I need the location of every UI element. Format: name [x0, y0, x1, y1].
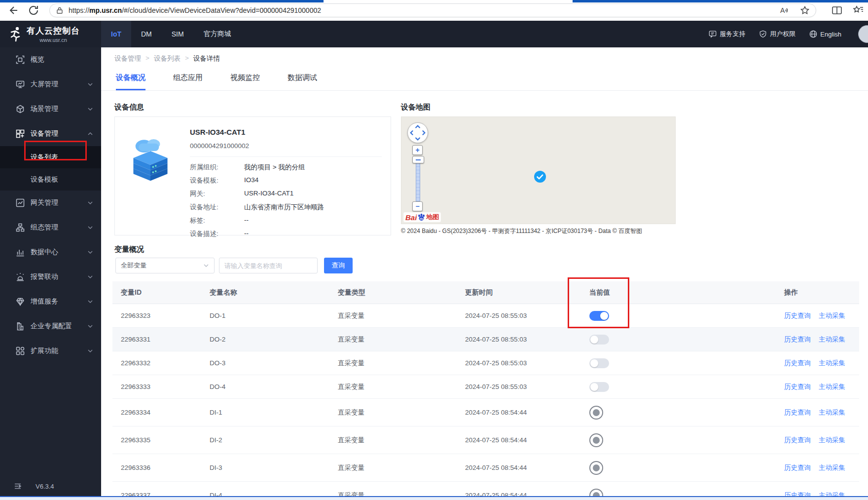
cell-current-value	[581, 382, 776, 392]
app-logo[interactable]: 有人云控制台 www.usr.cn	[0, 21, 101, 47]
browser-tabstrip-right	[573, 0, 868, 2]
action-link-主动采集[interactable]: 主动采集	[819, 311, 845, 320]
action-link-历史查询[interactable]: 历史查询	[784, 463, 811, 472]
topnav-right-label: 服务支持	[720, 30, 745, 38]
map-pan-control[interactable]	[407, 122, 428, 143]
favorites-bar-icon[interactable]	[852, 4, 864, 16]
map-zoom-handle[interactable]	[412, 156, 424, 163]
action-link-历史查询[interactable]: 历史查询	[784, 408, 811, 417]
variable-type-selected: 全部变量	[121, 261, 146, 270]
sidebar-item-报警联动[interactable]: 报警联动	[0, 265, 101, 289]
variable-type-select[interactable]: 全部变量	[115, 258, 215, 273]
sidebar-item-组态管理[interactable]: 组态管理	[0, 215, 101, 240]
tab-组态应用[interactable]: 组态应用	[173, 69, 203, 90]
breadcrumb-item-设备管理[interactable]: 设备管理	[114, 54, 141, 63]
alarm-icon	[16, 272, 25, 281]
value-toggle-off[interactable]	[589, 335, 609, 345]
action-link-历史查询[interactable]: 历史查询	[784, 359, 811, 368]
action-link-历史查询[interactable]: 历史查询	[784, 311, 811, 320]
refresh-icon[interactable]	[28, 4, 39, 16]
cell-type: 直采变量	[329, 408, 457, 417]
sidebar-footer: V6.3.4	[0, 482, 101, 490]
split-screen-icon[interactable]	[831, 4, 843, 16]
action-link-主动采集[interactable]: 主动采集	[819, 408, 845, 417]
sidebar-item-label: 概览	[31, 55, 93, 64]
sidebar-subitem-设备模板[interactable]: 设备模板	[0, 168, 101, 191]
map-zoom-out-button[interactable]: −	[412, 201, 423, 211]
action-link-主动采集[interactable]: 主动采集	[819, 463, 845, 472]
device-field-row: 所属组织:我的项目 > 我的分组	[190, 163, 382, 172]
cell-name: DI-3	[201, 464, 329, 471]
sidebar-item-企业专属配置[interactable]: 企业专属配置	[0, 314, 101, 339]
toggle-knob	[600, 312, 608, 320]
cell-id: 22963334	[112, 409, 201, 416]
map-zoom-slider[interactable]	[416, 163, 420, 201]
breadcrumb-separator: >	[145, 54, 149, 63]
cell-name: DO-2	[201, 336, 329, 343]
device-location-marker[interactable]	[534, 170, 546, 183]
topnav-chat-item[interactable]: 服务支持	[709, 30, 745, 38]
sidebar-item-设备管理[interactable]: 设备管理	[0, 121, 101, 146]
back-icon[interactable]	[8, 4, 20, 16]
table-body: 22963323DO-1直采变量2024-07-25 08:55:03历史查询主…	[112, 304, 859, 496]
sidebar-subitem-设备列表[interactable]: 设备列表	[0, 146, 101, 168]
tab-视频监控[interactable]: 视频监控	[230, 69, 260, 90]
favorite-star-icon[interactable]	[800, 5, 810, 15]
action-link-主动采集[interactable]: 主动采集	[819, 436, 845, 445]
chevron-down-icon	[87, 81, 93, 87]
table-header-操作: 操作	[776, 288, 859, 297]
topnav-shield-item[interactable]: 用户权限	[759, 30, 796, 38]
sidebar-menu: 概览大屏管理场景管理设备管理设备列表设备模板网关管理组态管理数据中心报警联动增值…	[0, 47, 101, 363]
collapse-sidebar-icon[interactable]	[14, 482, 22, 490]
radio-dot	[593, 492, 600, 497]
topnav-item-DM[interactable]: DM	[131, 21, 162, 47]
horizontal-scrollbar[interactable]	[0, 496, 868, 500]
device-field-label: 网关:	[190, 190, 244, 198]
sidebar-submenu: 设备列表设备模板	[0, 146, 101, 191]
breadcrumb-item-设备列表[interactable]: 设备列表	[154, 54, 181, 63]
sidebar-item-增值服务[interactable]: 增值服务	[0, 289, 101, 314]
breadcrumb-item-设备详情: 设备详情	[193, 54, 220, 63]
action-link-历史查询[interactable]: 历史查询	[784, 491, 811, 497]
cell-type: 直采变量	[329, 359, 457, 368]
app-title: 有人云控制台	[27, 25, 80, 37]
sidebar-item-大屏管理[interactable]: 大屏管理	[0, 72, 101, 97]
sidebar-item-概览[interactable]: 概览	[0, 47, 101, 72]
topnav-item-官方商城[interactable]: 官方商城	[194, 21, 241, 47]
extend-icon	[16, 346, 25, 355]
device-map[interactable]: + − Bai du 地图	[401, 116, 676, 224]
address-bar[interactable]: https://mp.usr.cn/#/cloud/device/ViewDev…	[49, 3, 816, 17]
breadcrumb: 设备管理>设备列表>设备详情	[114, 54, 220, 63]
value-toggle-off[interactable]	[589, 358, 609, 368]
data-icon	[16, 248, 25, 257]
action-link-历史查询[interactable]: 历史查询	[784, 436, 811, 445]
sidebar-item-网关管理[interactable]: 网关管理	[0, 191, 101, 215]
tab-数据调试[interactable]: 数据调试	[288, 69, 317, 90]
sidebar-item-扩展功能[interactable]: 扩展功能	[0, 339, 101, 363]
url-text: https://mp.usr.cn/#/cloud/device/ViewDev…	[69, 6, 768, 14]
search-button[interactable]: 查询	[324, 258, 353, 273]
value-toggle-off[interactable]	[589, 382, 609, 392]
action-link-主动采集[interactable]: 主动采集	[819, 491, 845, 497]
device-field-row: 设备地址:山东省济南市历下区坤顺路	[190, 203, 382, 212]
value-toggle-on[interactable]	[589, 311, 609, 321]
toggle-knob	[590, 383, 598, 391]
action-link-历史查询[interactable]: 历史查询	[784, 383, 811, 391]
sidebar-item-label: 报警联动	[31, 272, 87, 281]
value-radio-indicator	[589, 489, 603, 497]
action-link-历史查询[interactable]: 历史查询	[784, 335, 811, 344]
sidebar-item-场景管理[interactable]: 场景管理	[0, 97, 101, 121]
topnav-globe-item[interactable]: English	[809, 30, 841, 38]
action-link-主动采集[interactable]: 主动采集	[819, 359, 845, 368]
action-link-主动采集[interactable]: 主动采集	[819, 383, 845, 391]
topnav-item-IoT[interactable]: IoT	[101, 21, 131, 47]
tab-设备概况[interactable]: 设备概况	[116, 69, 145, 90]
map-zoom-in-button[interactable]: +	[412, 145, 423, 155]
sidebar-item-数据中心[interactable]: 数据中心	[0, 240, 101, 265]
cell-id: 22963336	[112, 464, 201, 471]
sidebar-item-label: 扩展功能	[31, 346, 87, 355]
action-link-主动采集[interactable]: 主动采集	[819, 335, 845, 344]
topnav-item-SIM[interactable]: SIM	[162, 21, 194, 47]
read-aloud-icon[interactable]: A	[779, 5, 789, 15]
variable-search-input[interactable]	[219, 258, 318, 273]
